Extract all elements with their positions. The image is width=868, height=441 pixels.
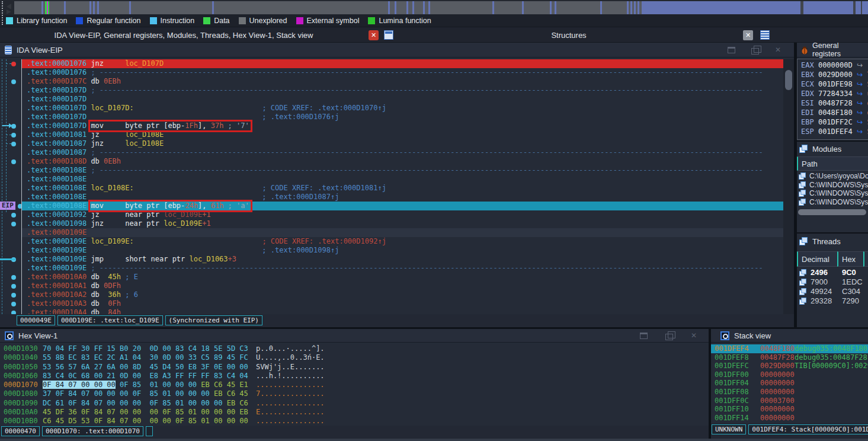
- nav-stripe[interactable]: [861, 1, 862, 14]
- nav-stripe[interactable]: [412, 1, 414, 14]
- disasm-row[interactable]: .text:000D10A0 db 45h ; E: [22, 273, 783, 282]
- disasm-row[interactable]: .text:000D107D mov byte ptr [ebp-1Fh], 3…: [22, 122, 783, 130]
- deref-arrow-icon[interactable]: ↪: [857, 127, 863, 136]
- disasm-row[interactable]: .text:000D108E loc_D108E: ; CODE XREF: .…: [22, 184, 783, 193]
- nav-stripe[interactable]: [406, 1, 408, 14]
- nav-stripe[interactable]: [129, 1, 131, 14]
- nav-stripe[interactable]: [93, 1, 95, 14]
- close-icon[interactable]: ✕: [691, 333, 699, 339]
- nav-stripe[interactable]: [97, 1, 99, 14]
- modules-hscrollbar[interactable]: [798, 209, 866, 215]
- modules-path-header[interactable]: Path: [797, 156, 868, 171]
- module-row[interactable]: C:\WINDOWS\SysW: [797, 181, 868, 190]
- scrollbar-thumb[interactable]: [785, 70, 792, 90]
- nav-stripe[interactable]: [428, 1, 430, 14]
- nav-stripe[interactable]: [800, 1, 803, 14]
- windows-list-icon[interactable]: [384, 30, 393, 40]
- disasm-row[interactable]: .text:000D1098 jnz near ptr loc_D109E+1: [22, 219, 783, 228]
- deref-arrow-icon[interactable]: ↪: [857, 71, 863, 79]
- disasm-row[interactable]: .text:000D108D db 0EBh: [22, 157, 783, 166]
- nav-dot[interactable]: [11, 142, 16, 146]
- maximize-icon[interactable]: [728, 47, 735, 53]
- stack-row[interactable]: 001DFF0800000000: [711, 388, 868, 397]
- nav-dot[interactable]: [11, 275, 16, 280]
- nav-right-arrow-icon[interactable]: [7, 9, 11, 14]
- stack-row[interactable]: 001DFEFC0029D000TIB[000009C0]:0029: [711, 362, 868, 370]
- hex-row[interactable]: 000D103070 04 FF 30 FF 15 B0 20 0D 00 83…: [0, 344, 709, 353]
- hex-row[interactable]: 000D105053 56 57 6A 27 6A 00 8D 45 D4 50…: [0, 363, 709, 372]
- hex-row[interactable]: 000D10B0C6 45 D5 53 0F 84 07 00 00 00 0F…: [0, 417, 709, 426]
- tab-main-label[interactable]: IDA View-EIP, General registers, Modules…: [0, 31, 367, 40]
- hex-row[interactable]: 000D10A045 DF 36 0F 84 07 00 00 00 0F 85…: [0, 408, 709, 417]
- hex-row[interactable]: 000D104055 8B EC 83 EC 2C A1 04 30 0D 00…: [0, 353, 709, 362]
- disasm-row[interactable]: .text:000D10A3 db 0Fh: [22, 299, 783, 308]
- nav-stripe[interactable]: [41, 1, 43, 14]
- register-row[interactable]: ECX 001DFE98 ↪ St: [797, 80, 868, 90]
- stack-row[interactable]: 001DFEF800487F28debug035:00487F28: [711, 353, 868, 362]
- nav-stripe[interactable]: [47, 1, 48, 14]
- stack-row[interactable]: 001DFF1000000000: [711, 405, 868, 414]
- navigation-strip[interactable]: [14, 1, 868, 14]
- disasm-row[interactable]: .text:000D108E: [22, 175, 783, 184]
- disasm-row[interactable]: .text:000D10A1 db 0DFh: [22, 282, 783, 290]
- tab-main-close-icon[interactable]: ✕: [369, 30, 379, 40]
- disasm-row[interactable]: .text:000D1087 ; -----------------------…: [22, 148, 783, 157]
- hex-row[interactable]: 000D108037 0F 84 07 00 00 00 0F 85 01 00…: [0, 389, 709, 398]
- nav-stripe[interactable]: [423, 1, 425, 14]
- breakpoint-dot[interactable]: [11, 62, 16, 66]
- threads-header-decimal[interactable]: Decimal: [797, 251, 837, 267]
- module-row[interactable]: C:\WINDOWS\SysW: [797, 198, 868, 207]
- deref-arrow-icon[interactable]: ↪: [857, 99, 863, 107]
- register-row[interactable]: EDI 0048F180 ↪ de: [797, 108, 868, 118]
- hex-row[interactable]: 000D10700F 84 07 00 00 00 0F 85 01 00 00…: [0, 381, 709, 389]
- disasm-row[interactable]: .text:000D10A2 db 36h ; 6: [22, 290, 783, 299]
- maximize-icon[interactable]: [640, 333, 648, 339]
- register-row[interactable]: ESP 001DFEF4 ↪ St: [797, 127, 868, 137]
- thread-row[interactable]: 49924C304: [797, 287, 868, 296]
- nav-stripe[interactable]: [550, 1, 552, 14]
- hex-row[interactable]: 000D1090DC 61 0F 84 07 00 00 00 0F 85 01…: [0, 399, 709, 408]
- tab-structures-close-icon[interactable]: ✕: [743, 30, 753, 40]
- disasm-row[interactable]: .text:000D108E ; -----------------------…: [22, 166, 783, 175]
- deref-arrow-icon[interactable]: ↪: [857, 108, 863, 117]
- toolbar-grip[interactable]: [2, 1, 3, 25]
- nav-stripe[interactable]: [642, 1, 868, 14]
- disasm-row[interactable]: .text:000D107D loc_D107D: ; CODE XREF: .…: [22, 104, 783, 113]
- thread-row[interactable]: 79001EDC: [797, 277, 868, 287]
- disasm-row[interactable]: .text:000D109E jmp short near ptr loc_D1…: [22, 255, 783, 264]
- register-row[interactable]: EBX 0029D000 ↪ TI: [797, 71, 868, 80]
- disasm-row[interactable]: .text:000D108E mov byte ptr [ebp-24h], 6…: [22, 202, 783, 210]
- nav-stripe[interactable]: [388, 1, 390, 14]
- deref-arrow-icon[interactable]: ↪: [857, 118, 863, 126]
- disasm-row[interactable]: .text:000D109E ; .text:000D1098↑j: [22, 246, 783, 255]
- nav-stripe[interactable]: [627, 1, 629, 14]
- register-row[interactable]: ESI 00487F28 ↪ de: [797, 99, 868, 108]
- nav-stripe[interactable]: [638, 1, 639, 14]
- register-row[interactable]: EBP 001DFF2C ↪ St: [797, 118, 868, 127]
- disasm-row[interactable]: .text:000D107D ; .text:000D1076↑j: [22, 113, 783, 122]
- stack-list[interactable]: 001DFEF40048F180debug035:0048F180001DFEF…: [711, 344, 868, 423]
- disasm-scrollbar[interactable]: [783, 59, 794, 314]
- disassembly-listing[interactable]: .text:000D1076 jnz loc_D107D.text:000D10…: [22, 59, 783, 314]
- disasm-row[interactable]: .text:000D107C db 0EBh: [22, 77, 783, 86]
- disasm-row[interactable]: .text:000D10A4 db 84h: [22, 308, 783, 314]
- disasm-row[interactable]: .text:000D109E: [22, 228, 783, 237]
- nav-stripe[interactable]: [395, 1, 396, 14]
- thread-row[interactable]: 24969C0: [797, 268, 868, 277]
- restore-icon[interactable]: [665, 334, 673, 340]
- nav-dot[interactable]: [11, 159, 16, 164]
- stack-row[interactable]: 001DFF1400000000: [711, 414, 868, 423]
- nav-stripe[interactable]: [634, 1, 636, 14]
- registers-list[interactable]: EAX 0000000D ↪ EBX 0029D000 ↪ TIECX 001D…: [797, 61, 868, 138]
- nav-stripe[interactable]: [522, 1, 524, 14]
- nav-dot[interactable]: [11, 293, 16, 298]
- nav-dot[interactable]: [11, 79, 16, 84]
- nav-dot[interactable]: [11, 133, 16, 138]
- tab-structures-label[interactable]: Structures: [415, 31, 723, 40]
- stack-row[interactable]: 001DFF0000000000: [711, 370, 868, 379]
- deref-arrow-icon[interactable]: ↪: [857, 61, 863, 69]
- nav-stripe[interactable]: [89, 1, 91, 14]
- register-row[interactable]: EAX 0000000D ↪: [797, 61, 868, 71]
- disasm-row[interactable]: .text:000D1076 ; -----------------------…: [22, 68, 783, 77]
- structures-list-icon[interactable]: [760, 30, 770, 40]
